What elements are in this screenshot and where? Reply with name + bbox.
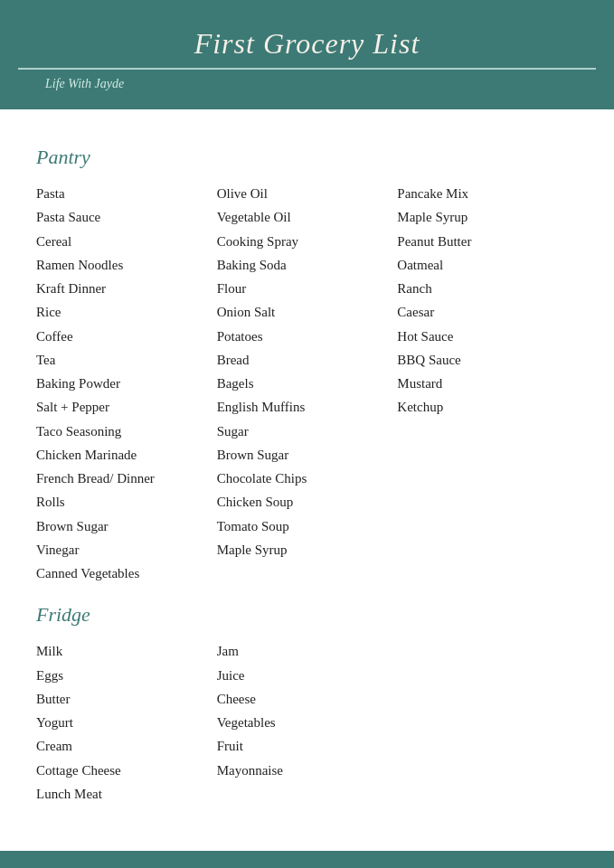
list-item: Hot Sauce xyxy=(397,325,578,348)
list-item: Oatmeal xyxy=(397,253,578,277)
list-item: Vegetable Oil xyxy=(217,205,398,229)
list-item: Bagels xyxy=(217,372,398,395)
list-item: Salt + Pepper xyxy=(36,395,217,419)
list-item: Taco Seasoning xyxy=(36,420,217,443)
list-item: Cereal xyxy=(36,230,217,253)
column-pantry-1: Olive OilVegetable OilCooking SprayBakin… xyxy=(217,182,398,585)
section-columns-fridge: MilkEggsButterYogurtCreamCottage CheeseL… xyxy=(36,639,578,806)
list-item: Juice xyxy=(217,664,398,687)
list-item: Tea xyxy=(36,348,217,372)
list-item: Chocolate Chips xyxy=(217,467,398,490)
column-fridge-0: MilkEggsButterYogurtCreamCottage CheeseL… xyxy=(36,639,217,806)
list-item: Pasta Sauce xyxy=(36,205,217,229)
list-item: Onion Salt xyxy=(217,300,398,324)
list-item: Baking Soda xyxy=(217,253,398,277)
list-item: BBQ Sauce xyxy=(397,348,578,372)
list-item: Butter xyxy=(36,687,217,711)
column-fridge-1: JamJuiceCheeseVegetablesFruitMayonnaise xyxy=(217,639,398,806)
list-item: French Bread/ Dinner xyxy=(36,467,217,490)
list-item: Potatoes xyxy=(217,325,398,348)
list-item: Chicken Marinade xyxy=(36,443,217,467)
list-item: Coffee xyxy=(36,325,217,348)
list-item: Mayonnaise xyxy=(217,759,398,782)
page-title: First Grocery List xyxy=(18,27,596,61)
list-item: Kraft Dinner xyxy=(36,277,217,300)
list-item: Bread xyxy=(217,348,398,372)
list-item: Ketchup xyxy=(397,395,578,419)
list-item: Cheese xyxy=(217,687,398,711)
list-item: Rolls xyxy=(36,490,217,514)
list-item: Maple Syrup xyxy=(397,205,578,229)
list-item: Canned Vegetables xyxy=(36,561,217,585)
list-item: Cream xyxy=(36,734,217,758)
list-item: Brown Sugar xyxy=(217,443,398,467)
section-columns-pantry: PastaPasta SauceCerealRamen NoodlesKraft… xyxy=(36,182,578,585)
list-item: Ranch xyxy=(397,277,578,300)
list-item: Vegetables xyxy=(217,711,398,734)
list-item: Olive Oil xyxy=(217,182,398,205)
list-item: Mustard xyxy=(397,372,578,395)
list-item: Eggs xyxy=(36,664,217,687)
list-item: Peanut Butter xyxy=(397,230,578,253)
header-subtitle: Life With Jayde xyxy=(18,70,596,91)
list-item: Cottage Cheese xyxy=(36,759,217,782)
column-pantry-2: Pancake MixMaple SyrupPeanut ButterOatme… xyxy=(397,182,578,585)
list-item: Caesar xyxy=(397,300,578,324)
list-item: Ramen Noodles xyxy=(36,253,217,277)
list-item: Fruit xyxy=(217,734,398,758)
list-item: Yogurt xyxy=(36,711,217,734)
section-title-fridge: Fridge xyxy=(36,603,578,627)
content-area: PantryPastaPasta SauceCerealRamen Noodle… xyxy=(0,109,614,851)
list-item: Sugar xyxy=(217,420,398,443)
column-pantry-0: PastaPasta SauceCerealRamen NoodlesKraft… xyxy=(36,182,217,585)
list-item: Baking Powder xyxy=(36,372,217,395)
list-item: Jam xyxy=(217,639,398,663)
list-item: Tomato Soup xyxy=(217,514,398,538)
list-item: Pancake Mix xyxy=(397,182,578,205)
list-item: Rice xyxy=(36,300,217,324)
list-item: Lunch Meat xyxy=(36,782,217,806)
list-item: Milk xyxy=(36,639,217,663)
list-item: English Muffins xyxy=(217,395,398,419)
list-item: Cooking Spray xyxy=(217,230,398,253)
list-item: Pasta xyxy=(36,182,217,205)
list-item: Maple Syrup xyxy=(217,538,398,561)
column-fridge-2 xyxy=(397,639,578,806)
list-item: Vinegar xyxy=(36,538,217,561)
section-title-pantry: Pantry xyxy=(36,146,578,169)
header: First Grocery List Life With Jayde xyxy=(0,0,614,109)
list-item: Flour xyxy=(217,277,398,300)
list-item: Brown Sugar xyxy=(36,514,217,538)
list-item: Chicken Soup xyxy=(217,490,398,514)
footer: Life With Jayde xyxy=(0,851,614,868)
